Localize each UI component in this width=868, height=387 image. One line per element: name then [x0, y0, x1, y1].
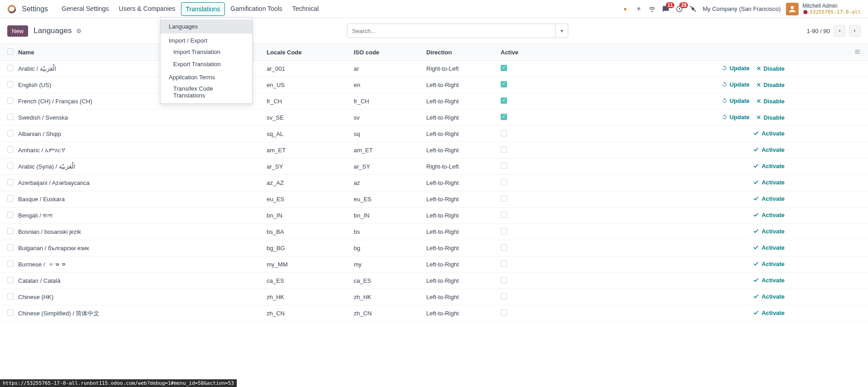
- table-row[interactable]: Catalan / Catalàca_ESca_ESLeft-to-RightA…: [0, 273, 868, 289]
- activate-button[interactable]: Activate: [753, 146, 785, 153]
- row-checkbox[interactable]: [7, 293, 14, 300]
- messages-icon[interactable]: 11: [662, 5, 670, 13]
- nav-item-general-settings[interactable]: General Settings: [57, 2, 113, 16]
- col-locale[interactable]: Locale Code: [267, 49, 354, 56]
- update-button[interactable]: Update: [722, 81, 750, 88]
- row-checkbox[interactable]: [7, 310, 14, 316]
- active-checkbox[interactable]: [501, 310, 507, 316]
- select-all-checkbox[interactable]: [7, 48, 14, 55]
- active-checkbox[interactable]: [501, 97, 507, 104]
- row-checkbox[interactable]: [7, 228, 14, 234]
- search-input[interactable]: [347, 24, 556, 38]
- row-checkbox[interactable]: [7, 163, 14, 169]
- table-row[interactable]: Chinese (HK)zh_HKzh_HKLeft-to-RightActiv…: [0, 289, 868, 305]
- search-toggle[interactable]: ▼: [556, 24, 568, 38]
- update-button[interactable]: Update: [722, 65, 750, 72]
- activate-button[interactable]: Activate: [753, 244, 785, 251]
- table-row[interactable]: Arabic / الْعَرَبيّةar_001arRight-to-Lef…: [0, 61, 868, 77]
- col-active[interactable]: Active: [501, 49, 564, 56]
- table-row[interactable]: Azerbaijani / Azərbaycancaaz_AZazLeft-to…: [0, 175, 868, 191]
- row-checkbox[interactable]: [7, 277, 14, 283]
- activity-icon[interactable]: 28: [675, 5, 683, 13]
- app-name[interactable]: Settings: [22, 5, 48, 13]
- active-checkbox[interactable]: [501, 179, 507, 185]
- company-switcher[interactable]: My Company (San Francisco): [702, 5, 780, 12]
- table-row[interactable]: Chinese (Simplified) / 简体中文zh_CNzh_CNLef…: [0, 305, 868, 322]
- dropdown-languages[interactable]: Languages: [161, 19, 252, 34]
- row-checkbox[interactable]: [7, 244, 14, 251]
- row-checkbox[interactable]: [7, 212, 14, 218]
- user-menu[interactable]: Mitchell Admin 🐞 53255765-17-0-all: [786, 3, 861, 15]
- table-row[interactable]: Albanian / Shqipsq_ALsqLeft-to-RightActi…: [0, 126, 868, 142]
- update-button[interactable]: Update: [722, 97, 750, 104]
- nav-item-gamification-tools[interactable]: Gamification Tools: [226, 2, 287, 16]
- row-checkbox[interactable]: [7, 81, 14, 87]
- active-checkbox[interactable]: [501, 212, 507, 218]
- row-checkbox[interactable]: [7, 261, 14, 267]
- disable-button[interactable]: Disable: [756, 82, 785, 88]
- active-checkbox[interactable]: [501, 277, 507, 283]
- col-iso[interactable]: ISO code: [354, 49, 426, 56]
- dropdown-import-translation[interactable]: Import Translation: [161, 46, 252, 58]
- table-row[interactable]: Basque / Euskaraeu_ESeu_ESLeft-to-RightA…: [0, 191, 868, 208]
- nav-item-users-companies[interactable]: Users & Companies: [114, 2, 180, 16]
- cell-dir: Left-to-Right: [426, 196, 501, 203]
- disable-button[interactable]: Disable: [756, 98, 785, 105]
- active-checkbox[interactable]: [501, 244, 507, 251]
- table-row[interactable]: Swedish / Svenskasv_SEsvLeft-to-RightUpd…: [0, 110, 868, 126]
- status-dot-icon[interactable]: ●: [621, 5, 629, 13]
- new-button[interactable]: New: [7, 25, 28, 37]
- table-row[interactable]: Arabic (Syria) / الْعَرَبيّةar_SYar_SYRi…: [0, 159, 868, 175]
- table-row[interactable]: French (CH) / Français (CH)fr_CHfr_CHLef…: [0, 93, 868, 110]
- active-checkbox[interactable]: [501, 195, 507, 202]
- disable-button[interactable]: Disable: [756, 114, 785, 121]
- active-checkbox[interactable]: [501, 261, 507, 267]
- tools-icon[interactable]: [689, 5, 697, 13]
- update-button[interactable]: Update: [722, 114, 750, 121]
- row-checkbox[interactable]: [7, 179, 14, 185]
- app-logo-icon[interactable]: [7, 5, 16, 14]
- active-checkbox[interactable]: [501, 114, 507, 120]
- active-checkbox[interactable]: [501, 65, 507, 71]
- table-row[interactable]: Bosnian / bosanski jezikbs_BAbsLeft-to-R…: [0, 224, 868, 240]
- dropdown-export-translation[interactable]: Export Translation: [161, 58, 252, 70]
- active-checkbox[interactable]: [501, 146, 507, 153]
- activate-button[interactable]: Activate: [753, 163, 785, 169]
- pager-prev[interactable]: [834, 25, 845, 37]
- table-row[interactable]: English (US)en_USenLeft-to-RightUpdateDi…: [0, 77, 868, 93]
- bug-icon[interactable]: ✳: [634, 5, 643, 13]
- optional-columns-icon[interactable]: [854, 49, 861, 56]
- table-row[interactable]: Bulgarian / български езикbg_BGbgLeft-to…: [0, 240, 868, 256]
- wifi-icon[interactable]: [648, 5, 656, 13]
- row-checkbox[interactable]: [7, 97, 14, 104]
- row-checkbox[interactable]: [7, 114, 14, 120]
- active-checkbox[interactable]: [501, 228, 507, 234]
- row-checkbox[interactable]: [7, 146, 14, 153]
- activate-button[interactable]: Activate: [753, 195, 785, 202]
- activate-button[interactable]: Activate: [753, 293, 785, 300]
- activate-button[interactable]: Activate: [753, 228, 785, 235]
- nav-item-translations[interactable]: Translations: [181, 2, 225, 16]
- table-row[interactable]: Burmese / ဗမာစာmy_MMmyLeft-to-RightActiv…: [0, 256, 868, 273]
- activate-button[interactable]: Activate: [753, 261, 785, 267]
- nav-item-technical[interactable]: Technical: [288, 2, 323, 16]
- dropdown-transifex[interactable]: Transifex Code Translations: [161, 82, 252, 102]
- active-checkbox[interactable]: [501, 130, 507, 136]
- activate-button[interactable]: Activate: [753, 277, 785, 284]
- row-checkbox[interactable]: [7, 195, 14, 202]
- row-checkbox[interactable]: [7, 130, 14, 136]
- activate-button[interactable]: Activate: [753, 179, 785, 186]
- activate-button[interactable]: Activate: [753, 310, 785, 316]
- active-checkbox[interactable]: [501, 163, 507, 169]
- table-row[interactable]: Bengali / বাংলাbn_INbn_INLeft-to-RightAc…: [0, 208, 868, 224]
- col-dir[interactable]: Direction: [426, 49, 501, 56]
- disable-button[interactable]: Disable: [756, 65, 785, 72]
- active-checkbox[interactable]: [501, 293, 507, 300]
- activate-button[interactable]: Activate: [753, 130, 785, 137]
- row-checkbox[interactable]: [7, 65, 14, 71]
- active-checkbox[interactable]: [501, 81, 507, 87]
- pager-next[interactable]: [849, 25, 861, 37]
- table-row[interactable]: Amharic / አምሃርኛam_ETam_ETLeft-to-RightAc…: [0, 142, 868, 159]
- activate-button[interactable]: Activate: [753, 212, 785, 218]
- gear-icon[interactable]: ⚙: [76, 28, 82, 34]
